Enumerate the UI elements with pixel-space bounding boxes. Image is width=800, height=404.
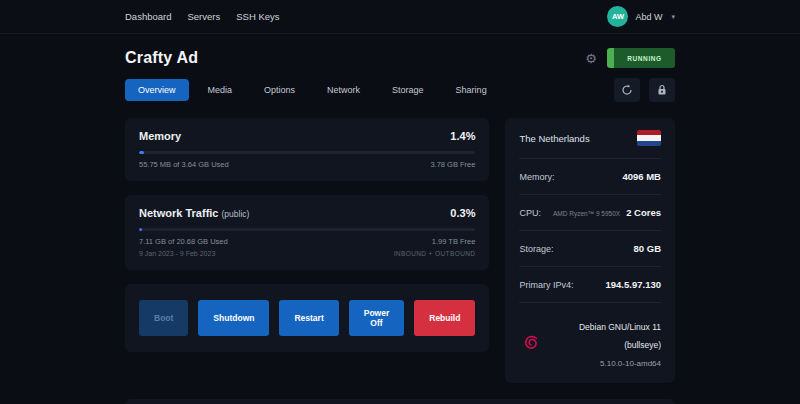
tab-network[interactable]: Network — [314, 79, 373, 101]
cpu-info-row: CPU: AMD Ryzen™ 9 5950X 2 Cores — [519, 195, 661, 231]
location-row: The Netherlands — [519, 118, 661, 159]
tab-media[interactable]: Media — [195, 79, 246, 101]
os-name: Debian GNU/Linux 11 (bullseye) — [579, 322, 661, 350]
refresh-icon — [621, 84, 633, 96]
status-label: RUNNING — [614, 48, 675, 68]
tab-sharing[interactable]: Sharing — [443, 79, 500, 101]
restart-button[interactable]: Restart — [279, 300, 338, 336]
ipv4-info-row: Primary IPv4: 194.5.97.130 — [519, 267, 661, 303]
ipv4-info-value: 194.5.97.130 — [606, 279, 661, 290]
lock-button[interactable] — [649, 78, 675, 102]
status-badge: RUNNING — [607, 48, 675, 68]
traffic-progress-fill — [139, 228, 142, 231]
page-header: Crafty Ad ⚙ RUNNING — [125, 48, 675, 68]
nav-links: Dashboard Servers SSH Keys — [125, 11, 280, 22]
gear-icon[interactable]: ⚙ — [585, 52, 597, 65]
memory-progress-track — [139, 151, 475, 154]
tabs-row: Overview Media Options Network Storage S… — [125, 78, 675, 102]
tab-storage[interactable]: Storage — [379, 79, 437, 101]
memory-info-row: Memory: 4096 MB — [519, 159, 661, 195]
top-navbar: Dashboard Servers SSH Keys AW Abd W ▾ — [0, 0, 800, 34]
user-menu[interactable]: AW Abd W ▾ — [607, 6, 675, 27]
power-off-button[interactable]: Power Off — [349, 300, 405, 336]
location-label: The Netherlands — [519, 133, 589, 144]
tab-options[interactable]: Options — [251, 79, 308, 101]
debian-logo-icon — [519, 331, 543, 355]
tabs: Overview Media Options Network Storage S… — [125, 79, 500, 101]
cpu-cores-value: 2 Cores — [626, 207, 661, 218]
chevron-down-icon: ▾ — [671, 13, 675, 21]
cpu-model: AMD Ryzen™ 9 5950X — [553, 210, 620, 217]
os-kernel: 5.10.0-10-amd64 — [600, 359, 661, 368]
traffic-free-label: 1.99 TB Free INBOUND + OUTBOUND — [394, 236, 476, 259]
traffic-used-label: 7.11 GB of 20.68 GB Used 9 Jan 2023 - 9 … — [139, 236, 228, 259]
memory-percent: 1.4% — [450, 130, 475, 142]
memory-card: Memory 1.4% 55.75 MB of 3.64 GB Used 3.7… — [125, 118, 489, 181]
storage-info-value: 80 GB — [634, 243, 661, 254]
boot-button[interactable]: Boot — [139, 300, 188, 336]
nav-item-servers[interactable]: Servers — [187, 11, 220, 22]
cpu-info-label: CPU: — [519, 208, 541, 218]
memory-card-title: Memory — [139, 130, 181, 142]
network-traffic-card: Network Traffic (public) 0.3% 7.11 GB of… — [125, 195, 489, 270]
ipv4-info-label: Primary IPv4: — [519, 280, 573, 290]
memory-info-label: Memory: — [519, 172, 554, 182]
tab-overview[interactable]: Overview — [125, 79, 189, 101]
storage-info-row: Storage: 80 GB — [519, 231, 661, 267]
memory-free-label: 3.78 GB Free — [430, 159, 475, 170]
traffic-period: 9 Jan 2023 - 9 Feb 2023 — [139, 250, 215, 257]
status-strip — [607, 48, 614, 68]
memory-progress-fill — [139, 151, 144, 154]
nav-item-dashboard[interactable]: Dashboard — [125, 11, 171, 22]
netherlands-flag-icon — [637, 130, 661, 146]
storage-info-label: Storage: — [519, 244, 553, 254]
memory-info-value: 4096 MB — [622, 171, 661, 182]
page-title: Crafty Ad — [125, 49, 198, 67]
traffic-card-suffix: (public) — [222, 209, 250, 219]
refresh-button[interactable] — [614, 78, 640, 102]
memory-used-label: 55.75 MB of 3.64 GB Used — [139, 159, 229, 170]
shutdown-button[interactable]: Shutdown — [198, 300, 269, 336]
lock-icon — [656, 84, 668, 96]
rebuild-button[interactable]: Rebuild — [414, 300, 475, 336]
os-row: Debian GNU/Linux 11 (bullseye) 5.10.0-10… — [519, 303, 661, 383]
traffic-progress-track — [139, 228, 475, 231]
avatar: AW — [607, 6, 628, 27]
user-name: Abd W — [635, 12, 662, 22]
server-info-card: The Netherlands Memory: 4096 MB CPU: AMD… — [505, 118, 675, 383]
traffic-direction: INBOUND + OUTBOUND — [394, 250, 476, 257]
power-actions-card: Boot Shutdown Restart Power Off Rebuild — [125, 284, 489, 352]
statistics-card: Statistics ▾ — [125, 399, 675, 404]
traffic-percent: 0.3% — [450, 207, 475, 219]
nav-item-ssh-keys[interactable]: SSH Keys — [236, 11, 279, 22]
traffic-card-title: Network Traffic (public) — [139, 207, 249, 219]
